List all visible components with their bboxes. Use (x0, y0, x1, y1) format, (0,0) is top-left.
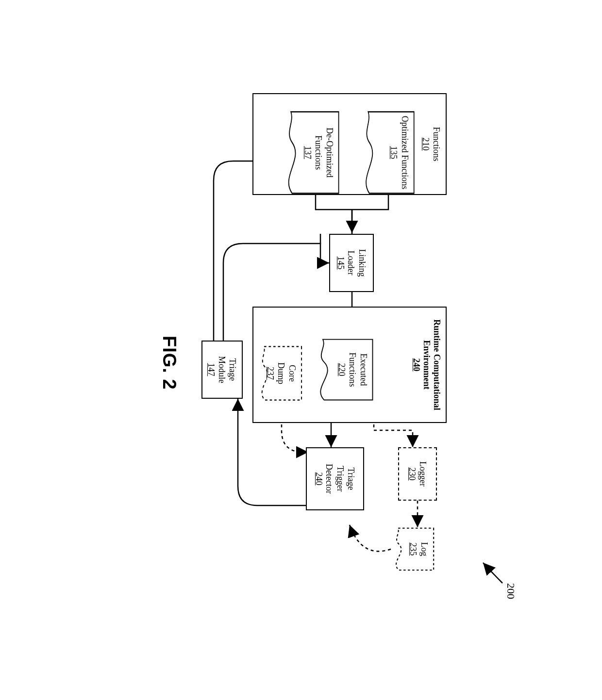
executed-functions-doc: Executed Functions 220 (313, 338, 374, 401)
figure-ref: 200 (504, 583, 517, 599)
log-title: Log (419, 527, 430, 571)
linking-loader-title: Linking Loader (346, 241, 368, 285)
runtime-env-title: Runtime Computational Environment (421, 316, 442, 413)
runtime-env-id: 240 (411, 358, 421, 371)
optimized-functions-title: Optimized Functions (400, 110, 411, 195)
core-dump-doc: Core Dump 237 (256, 345, 302, 401)
executed-functions-title: Executed Functions (347, 338, 369, 401)
optimized-functions-doc: Optimized Functions 135 (359, 110, 415, 195)
functions-title: Functions (431, 127, 442, 161)
executed-functions-id: 220 (336, 338, 348, 401)
triage-module-box: Triage Module 147 (201, 341, 243, 399)
core-dump-id: 237 (265, 345, 276, 401)
core-dump-title: Core Dump (276, 358, 298, 388)
figure-label: FIG. 2 (159, 336, 180, 390)
triage-module-id: 147 (206, 363, 217, 376)
logger-box: Logger 230 (398, 447, 437, 501)
triage-trigger-id: 240 (314, 472, 324, 485)
deoptimized-functions-doc: De-Optimized Functions 137 (282, 110, 340, 195)
optimized-functions-id: 135 (388, 110, 400, 195)
logger-id: 230 (407, 467, 417, 480)
logger-title: Logger (417, 461, 428, 487)
log-doc: Log 235 (391, 527, 435, 571)
linking-loader-box: Linking Loader 145 (329, 234, 374, 292)
deoptimized-functions-title: De-Optimized Functions (313, 110, 335, 195)
deoptimized-functions-id: 137 (302, 110, 314, 195)
log-id: 235 (408, 527, 419, 571)
triage-module-title: Triage Module (217, 348, 238, 391)
triage-trigger-box: Triage Trigger Detector 240 (306, 447, 364, 510)
functions-id: 210 (421, 137, 431, 150)
triage-trigger-title: Triage Trigger Detector (324, 455, 357, 503)
linking-loader-id: 145 (335, 256, 346, 269)
